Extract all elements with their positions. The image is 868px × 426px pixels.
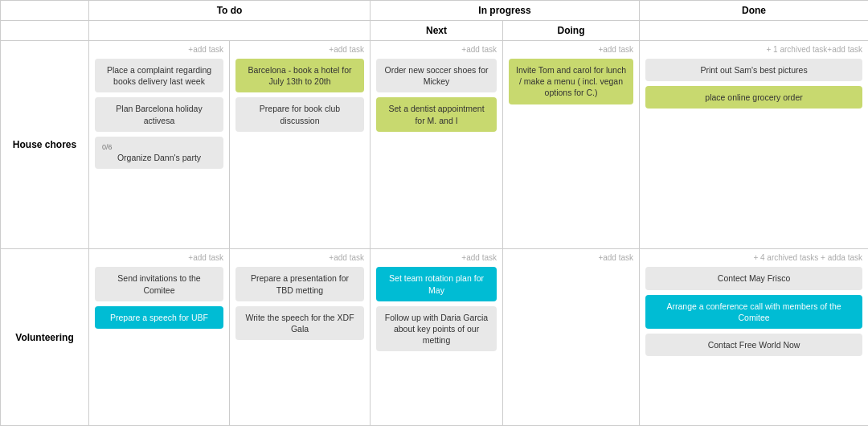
board-row: Volunteering +add task Send invitations … xyxy=(1,249,869,426)
task-card-text: Write the speech for the XDF Gala xyxy=(245,313,354,334)
task-card-text: Plan Barcelona holiday activesa xyxy=(116,104,202,125)
task-card-text: Follow up with Daria Garcia about key po… xyxy=(385,313,488,345)
task-card-text: Print out Sam's best pictures xyxy=(700,65,807,75)
row-label-1: Volunteering xyxy=(1,249,89,426)
header-done: Done xyxy=(640,1,868,21)
add-task-link[interactable]: +add task xyxy=(509,253,633,262)
task-card[interactable]: Prepare for book club discussion xyxy=(235,97,364,131)
task-card-text: place online grocery order xyxy=(705,92,802,102)
subheader-done-empty xyxy=(640,21,868,41)
doing-col-1: +add task xyxy=(503,249,640,426)
todo-col2-1: +add task Prepare a presentation for TBD… xyxy=(230,249,371,426)
task-card-text: Prepare a presentation for TBD metting xyxy=(251,273,349,294)
task-card[interactable]: Place a complaint regarding books delive… xyxy=(95,59,223,92)
subheader-next: Next xyxy=(371,21,503,41)
task-card[interactable]: place online grocery order xyxy=(645,86,862,109)
task-card-text: Contect May Frisco xyxy=(718,273,790,283)
add-task-link[interactable]: + 4 archived tasks + adda task xyxy=(645,253,862,262)
task-card-text: Organize Dann's party xyxy=(117,153,201,162)
add-task-link[interactable]: +add task xyxy=(95,45,223,54)
task-card[interactable]: 0/6 Organize Dann's party xyxy=(95,137,223,169)
add-task-link[interactable]: +add task xyxy=(235,253,364,262)
subheader-todo-empty xyxy=(89,21,371,41)
todo-col2-0: +add task Barcelona - book a hotel for J… xyxy=(230,41,371,249)
task-card-text: Invite Tom and carol for lunch / make a … xyxy=(516,65,626,97)
task-card[interactable]: Invite Tom and carol for lunch / make a … xyxy=(509,59,633,104)
add-task-link[interactable]: + 1 archived task+add task xyxy=(645,45,862,54)
task-card-text: Prepare for book club discussion xyxy=(260,104,340,125)
task-card-text: Place a complaint regarding books delive… xyxy=(107,65,211,86)
task-card[interactable]: Arrange a conference call with members o… xyxy=(645,295,862,329)
task-card[interactable]: Prepare a speech for UBF xyxy=(95,306,223,329)
add-task-link[interactable]: +add task xyxy=(376,253,497,262)
todo-col1-0: +add task Place a complaint regarding bo… xyxy=(89,41,230,249)
task-card[interactable]: Set a dentist appointment for M. and I xyxy=(376,97,497,131)
task-card-text: Contact Free World Now xyxy=(708,340,800,350)
task-card[interactable]: Write the speech for the XDF Gala xyxy=(235,306,364,340)
task-card[interactable]: Plan Barcelona holiday activesa xyxy=(95,97,223,131)
done-col-0: + 1 archived task+add task Print out Sam… xyxy=(640,41,868,249)
add-task-link[interactable]: +add task xyxy=(509,45,633,54)
task-card[interactable]: Contact Free World Now xyxy=(645,334,862,356)
add-task-link[interactable]: +add task xyxy=(235,45,364,54)
corner-cell xyxy=(1,1,89,21)
header-inprogress: In progress xyxy=(371,1,640,21)
task-card[interactable]: Set team rotation plan for May xyxy=(376,267,497,301)
task-card[interactable]: Prepare a presentation for TBD metting xyxy=(235,267,364,301)
add-task-link[interactable]: +add task xyxy=(376,45,497,54)
header-todo: To do xyxy=(89,1,371,21)
kanban-board: To do In progress Done Next Doing House … xyxy=(0,0,868,426)
task-card[interactable]: Order new soccer shoes for Mickey xyxy=(376,59,497,92)
row-label-0: House chores xyxy=(1,41,89,249)
task-card-text: Send invitations to the Comitee xyxy=(117,273,200,294)
done-col-1: + 4 archived tasks + adda task Contect M… xyxy=(640,249,868,426)
task-card-text: Barcelona - book a hotel for July 13th t… xyxy=(248,65,352,86)
doing-col-0: +add task Invite Tom and carol for lunch… xyxy=(503,41,640,249)
task-card[interactable]: Contect May Frisco xyxy=(645,267,862,289)
next-col-1: +add task Set team rotation plan for May… xyxy=(371,249,503,426)
task-card-text: Set a dentist appointment for M. and I xyxy=(388,104,484,125)
task-card-text: Arrange a conference call with members o… xyxy=(666,301,841,322)
task-card[interactable]: Send invitations to the Comitee xyxy=(95,267,223,301)
task-card[interactable]: Follow up with Daria Garcia about key po… xyxy=(376,306,497,352)
board-row: House chores +add task Place a complaint… xyxy=(1,41,869,249)
task-card-text: Order new soccer shoes for Mickey xyxy=(385,65,489,86)
task-card[interactable]: Print out Sam's best pictures xyxy=(645,59,862,81)
todo-col1-1: +add task Send invitations to the Comite… xyxy=(89,249,230,426)
task-card-text: Set team rotation plan for May xyxy=(389,273,484,294)
add-task-link[interactable]: +add task xyxy=(95,253,223,262)
subheader-empty xyxy=(1,21,89,41)
subheader-doing: Doing xyxy=(503,21,640,41)
next-col-0: +add task Order new soccer shoes for Mic… xyxy=(371,41,503,249)
task-card-text: Prepare a speech for UBF xyxy=(110,313,208,322)
task-card[interactable]: Barcelona - book a hotel for July 13th t… xyxy=(235,59,364,92)
